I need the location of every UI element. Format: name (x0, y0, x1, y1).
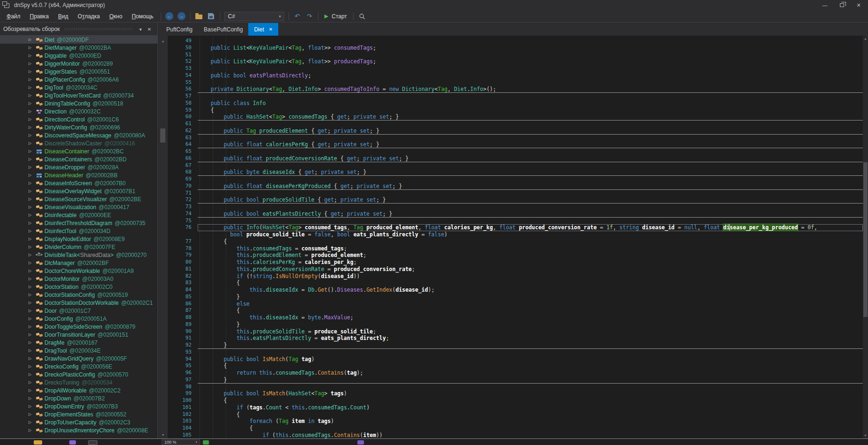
expander-icon[interactable]: ▷ (29, 245, 36, 249)
expander-icon[interactable]: ▷ (29, 277, 36, 281)
tree-item-Direction[interactable]: ▷Direction@0200032C (0, 107, 157, 115)
panel-close-icon[interactable]: ✕ (145, 27, 154, 32)
start-debug-label[interactable]: Старт (332, 13, 347, 20)
expander-icon[interactable]: ▷ (29, 109, 36, 113)
minimize-button[interactable]: — (816, 0, 833, 10)
scroll-down-icon[interactable]: ▼ (863, 434, 868, 437)
navigate-back-button[interactable]: ← (163, 11, 176, 22)
expander-icon[interactable]: ▷ (29, 396, 36, 400)
expander-icon[interactable]: ▷ (29, 85, 36, 90)
expander-icon[interactable]: ▷ (29, 133, 36, 137)
expander-icon[interactable]: ▷ (29, 293, 36, 297)
expander-icon[interactable]: ▷ (29, 189, 36, 193)
menu-item[interactable]: Окно (104, 11, 127, 22)
scroll-up-icon[interactable]: ▲ (863, 37, 868, 40)
expander-icon[interactable]: ▷ (29, 372, 36, 377)
tree-item-DiggerMonitor[interactable]: ▷DiggerMonitor@02000289 (0, 60, 157, 68)
expander-icon[interactable]: ▷ (29, 197, 36, 201)
tree-item-DoorTransitionLayer[interactable]: ▷DoorTransitionLayer@02000151 (0, 331, 157, 339)
tree-item-DreckoConfig[interactable]: ▷DreckoConfig@0200056E (0, 362, 157, 370)
tree-item-DiseaseSourceVisualizer[interactable]: ▷DiseaseSourceVisualizer@020002BE (0, 195, 157, 203)
tree-item-DoorToggleSideScreen[interactable]: ▷DoorToggleSideScreen@02000879 (0, 323, 157, 331)
tree-item-DirectionControl[interactable]: ▷DirectionControl@020001C6 (0, 115, 157, 123)
expander-icon[interactable]: ▷ (29, 221, 36, 225)
tree-item-DiseaseInfoScreen[interactable]: ▷DiseaseInfoScreen@020007B0 (0, 179, 157, 187)
expander-icon[interactable]: ▷ (29, 356, 36, 361)
expander-icon[interactable]: ▷ (29, 77, 36, 82)
tree-item-DlcManager[interactable]: ▷DlcManager@020002BF (0, 259, 157, 267)
tree-item-DisinfectTool[interactable]: ▷DisinfectTool@0200034D (0, 227, 157, 235)
expander-icon[interactable]: ▷ (29, 388, 36, 392)
tree-item-DreckoPlasticConfig[interactable]: ▷DreckoPlasticConfig@02000570 (0, 370, 157, 378)
expander-icon[interactable]: ▷ (29, 261, 36, 265)
scrollbar-thumb[interactable] (863, 162, 868, 317)
tree-item-DietManager[interactable]: ▷DietManager@020002BA (0, 44, 157, 52)
editor-scrollbar[interactable]: ▲ ▼ (863, 36, 868, 438)
language-select[interactable]: C# ▾ (224, 12, 284, 21)
expander-icon[interactable]: ▷ (29, 157, 36, 161)
start-debug-icon[interactable]: ▶ (325, 13, 328, 19)
expander-icon[interactable]: ▷ (29, 380, 36, 385)
scroll-down-icon[interactable]: ▼ (158, 433, 168, 437)
expander-icon[interactable]: ▷ (29, 117, 36, 121)
tab-BasePuftConfig[interactable]: BasePuftConfig (198, 23, 248, 36)
expander-icon[interactable]: ▷ (29, 101, 36, 106)
tree-item-DoctorStation[interactable]: ▷DoctorStation@020002C0 (0, 283, 157, 291)
tree-item-DoctorMonitor[interactable]: ▷DoctorMonitor@020003A0 (0, 275, 157, 283)
tree-item-DiscreteShadowCaster[interactable]: ▷DiscreteShadowCaster@02000416 (0, 139, 157, 147)
tree-item-DropElementStates[interactable]: ▷DropElementStates@02000552 (0, 410, 157, 418)
expander-icon[interactable]: ▷ (29, 324, 36, 329)
tab-close-icon[interactable]: ✕ (269, 27, 273, 32)
assembly-tree-scrollbar[interactable]: ▲ ▼ (158, 36, 168, 438)
tree-item-DoctorStationConfig[interactable]: ▷DoctorStationConfig@02000519 (0, 291, 157, 299)
expander-icon[interactable]: ▷ (29, 45, 36, 50)
tree-item-DreckoTuning[interactable]: ▷DreckoTuning@02000534 (0, 378, 157, 386)
expander-icon[interactable]: ▷ (29, 213, 36, 217)
close-button[interactable]: ✕ (850, 0, 867, 10)
expander-icon[interactable]: ▷ (29, 301, 36, 305)
expander-icon[interactable]: ▷ (29, 38, 36, 42)
expander-icon[interactable]: ▷ (29, 61, 36, 66)
expander-icon[interactable]: ▷ (29, 53, 36, 58)
expander-icon[interactable]: ▷ (29, 149, 36, 153)
tree-item-DoorConfig[interactable]: ▷DoorConfig@0200051A (0, 315, 157, 323)
assembly-explorer-header[interactable]: Обозреватель сборок ▾ ✕ (0, 23, 158, 36)
expander-icon[interactable]: ▷ (29, 285, 36, 289)
tree-item-DiseaseDropper[interactable]: ▷DiseaseDropper@0200028A (0, 163, 157, 171)
tree-item-DropDown[interactable]: ▷DropDown@020007B2 (0, 394, 157, 402)
tree-item-DirtyWaterConfig[interactable]: ▷DirtyWaterConfig@02000696 (0, 123, 157, 131)
tree-item-DragMe[interactable]: ▷DragMe@02000167 (0, 339, 157, 347)
tree-item-DoctorChoreWorkable[interactable]: ▷DoctorChoreWorkable@020001A9 (0, 267, 157, 275)
tree-item-DiseaseContainer[interactable]: ▷DiseaseContainer@020002BC (0, 147, 157, 155)
expander-icon[interactable]: ▷ (29, 348, 36, 353)
tree-item-DiggerStates[interactable]: ▷DiggerStates@02000551 (0, 68, 157, 75)
expander-icon[interactable]: ▷ (29, 237, 36, 241)
expander-icon[interactable]: ▷ (29, 420, 36, 424)
tree-item-Diggable[interactable]: ▷Diggable@020000ED (0, 52, 157, 60)
tree-item-Disinfectable[interactable]: ▷Disinfectable@020000EE (0, 211, 157, 219)
scroll-up-icon[interactable]: ▲ (158, 39, 168, 43)
restore-button[interactable] (833, 0, 850, 10)
expander-icon[interactable]: ▷ (29, 125, 36, 129)
menu-item[interactable]: Правка (25, 11, 54, 22)
tree-item-DropDownEntry[interactable]: ▷DropDownEntry@020007B3 (0, 402, 157, 410)
expander-icon[interactable]: ▷ (29, 332, 36, 337)
tree-item-DiseaseHeader[interactable]: ▷DiseaseHeader@020002BB (0, 171, 157, 179)
tab-PuftConfig[interactable]: PuftConfig (161, 23, 198, 36)
expander-icon[interactable]: ▷ (29, 428, 36, 432)
scrollbar-thumb[interactable] (160, 128, 165, 143)
expander-icon[interactable]: ▷ (29, 69, 36, 74)
menu-item[interactable]: Вид (53, 11, 73, 22)
undo-button[interactable]: ↶ (291, 11, 304, 22)
tree-item-DropAllWorkable[interactable]: ▷DropAllWorkable@020002C2 (0, 386, 157, 394)
menu-item[interactable]: Помощь (127, 11, 158, 22)
menu-item[interactable]: Отладка (73, 11, 104, 22)
tree-item-DisplayNodeEditor[interactable]: ▷DisplayNodeEditor@020008E9 (0, 235, 157, 243)
navigate-forward-button[interactable]: → (176, 11, 188, 22)
tree-item-DiningTableConfig[interactable]: ▷DiningTableConfig@02000518 (0, 99, 157, 107)
redo-button[interactable]: ↷ (304, 11, 316, 22)
tree-item-DivisibleTask[interactable]: ▷<T>DivisibleTask<SharedData>@02000270 (0, 251, 157, 259)
tree-item-DrawNavGridQuery[interactable]: ▷DrawNavGridQuery@0200005F (0, 354, 157, 362)
expander-icon[interactable]: ▷ (29, 141, 36, 145)
menu-item[interactable]: Файл (2, 11, 25, 22)
